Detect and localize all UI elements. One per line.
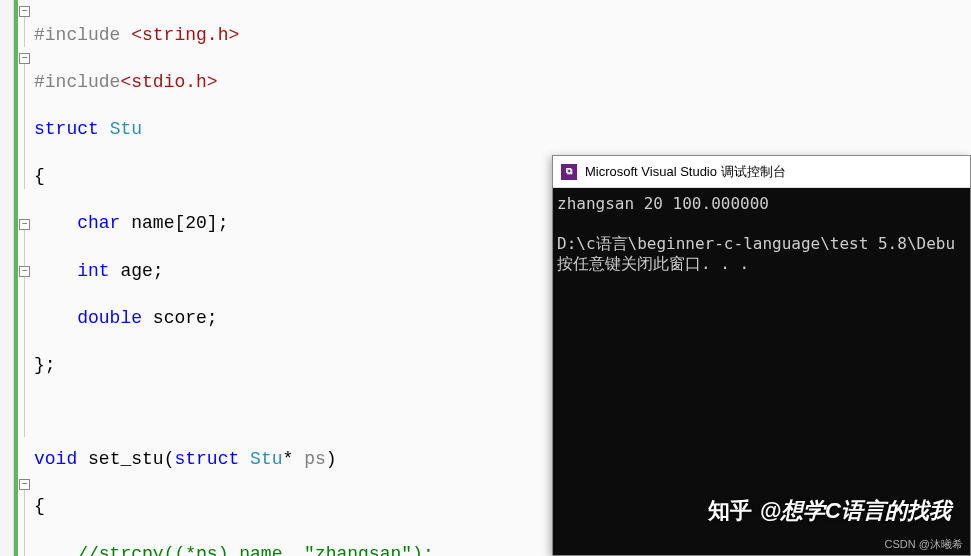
fold-toggle[interactable]: −: [19, 266, 30, 277]
vs-icon: ⧉: [561, 164, 577, 180]
console-title: Microsoft Visual Studio 调试控制台: [585, 163, 786, 181]
fold-toggle[interactable]: −: [19, 6, 30, 17]
fold-column: − − − − −: [18, 0, 32, 556]
fold-toggle[interactable]: −: [19, 219, 30, 230]
console-output[interactable]: zhangsan 20 100.000000 D:\c语言\beginner-c…: [553, 188, 970, 280]
fold-toggle[interactable]: −: [19, 479, 30, 490]
editor-gutter: [0, 0, 14, 556]
debug-console-window[interactable]: ⧉ Microsoft Visual Studio 调试控制台 zhangsan…: [552, 155, 971, 556]
fold-toggle[interactable]: −: [19, 53, 30, 64]
console-titlebar[interactable]: ⧉ Microsoft Visual Studio 调试控制台: [553, 156, 970, 188]
